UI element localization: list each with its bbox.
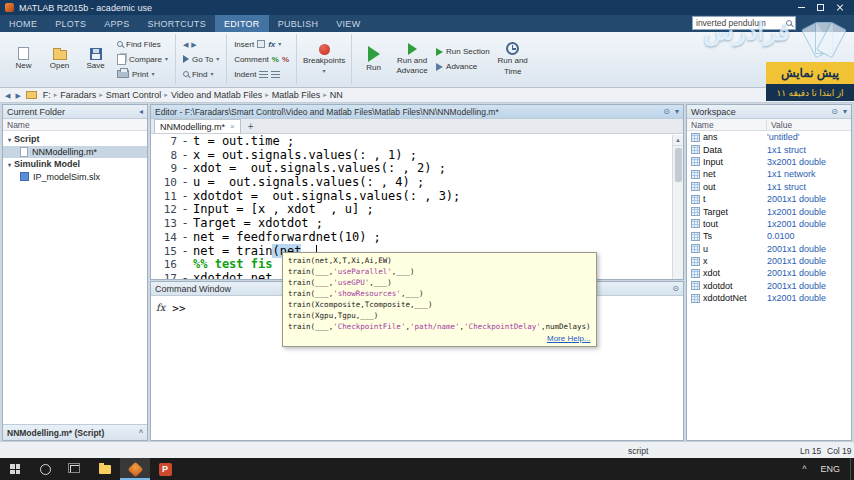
workspace-row[interactable]: xdotdotNet1x2001 double (687, 292, 851, 304)
workspace-row[interactable]: xdot2001x1 double (687, 267, 851, 279)
ribbon-tab-home[interactable]: HOME (0, 15, 46, 32)
breakpoint-dash[interactable]: - (177, 217, 193, 231)
code-line[interactable]: 10-u = out.signals.values(: , 4) ; (151, 176, 672, 190)
breakpoints-button[interactable]: Breakpoints ▾ (302, 44, 346, 74)
save-button[interactable]: Save (79, 48, 112, 71)
panel-menu-icon[interactable]: ▾ (675, 107, 679, 116)
workspace-row[interactable]: x2001x1 double (687, 255, 851, 267)
folder-item[interactable]: NNModelling.m* (3, 146, 147, 159)
workspace-row[interactable]: Target1x2001 double (687, 205, 851, 217)
cortana-button[interactable] (30, 458, 60, 480)
panel-actions-icon[interactable]: ⊙ (831, 107, 838, 116)
folder-detail-bar[interactable]: NNModelling.m* (Script) ^ (3, 424, 147, 440)
workspace-row[interactable]: tout1x2001 double (687, 218, 851, 230)
workspace-row[interactable]: net1x1 network (687, 168, 851, 180)
breakpoint-dash[interactable]: - (177, 203, 193, 217)
start-button[interactable] (0, 458, 30, 480)
run-section-button[interactable]: Run Section (434, 46, 492, 58)
breakpoint-dash[interactable]: - (177, 245, 193, 259)
scroll-up-icon[interactable]: ▲ (673, 135, 683, 146)
ribbon-tab-apps[interactable]: APPS (95, 15, 138, 32)
breakpoint-dash[interactable]: - (177, 162, 193, 176)
back-icon[interactable]: ◀ (183, 41, 188, 48)
comment-button[interactable]: Comment%% (232, 53, 291, 65)
folder-group-header[interactable]: ▾Script (3, 133, 147, 146)
run-button[interactable]: Run (357, 46, 390, 73)
panel-actions-icon[interactable]: ⊙ (672, 284, 679, 293)
insert-button[interactable]: Insertfx▾ (232, 38, 291, 50)
open-button[interactable]: Open (43, 47, 76, 71)
advance-button[interactable]: Advance (434, 61, 492, 73)
workspace-column-headers[interactable]: Name Value (687, 119, 851, 131)
file-explorer-button[interactable] (90, 458, 120, 480)
forward-navigation-icon[interactable]: ▶ (15, 92, 20, 99)
scrollbar-thumb[interactable] (675, 148, 682, 182)
code-line[interactable]: 9-xdot = out.signals.values(: , 2) ; (151, 162, 672, 176)
breadcrumb-segment[interactable]: F: (42, 90, 52, 100)
breakpoint-dash[interactable] (177, 258, 193, 272)
back-navigation-icon[interactable]: ◀ (5, 92, 10, 99)
language-indicator[interactable]: ENG (820, 464, 840, 474)
code-line[interactable]: 13-Target = xdotdot ; (151, 217, 672, 231)
workspace-row[interactable]: Ts0.0100 (687, 230, 851, 242)
workspace-row[interactable]: Input3x2001 double (687, 156, 851, 168)
code-line[interactable]: 12-Input = [x , xdot , u] ; (151, 203, 672, 217)
minimize-button[interactable] (792, 0, 811, 15)
breadcrumb-segment[interactable]: Faradars (59, 90, 97, 100)
code-line[interactable]: 14-net = feedforwardnet(10) ; (151, 231, 672, 245)
ribbon-tab-editor[interactable]: EDITOR (215, 15, 269, 32)
matlab-taskbar-button[interactable] (120, 458, 150, 480)
breakpoint-dash[interactable]: - (177, 190, 193, 204)
go-to-button[interactable]: Go To▾ (181, 53, 221, 65)
close-tab-icon[interactable]: × (230, 122, 235, 131)
current-folder-header[interactable]: Current Folder ◂ (3, 105, 147, 119)
compare-button[interactable]: Compare▾ (115, 53, 170, 65)
breadcrumb-segment[interactable]: NN (329, 90, 344, 100)
fx-icon[interactable]: fx (156, 302, 165, 313)
workspace-row[interactable]: t2001x1 double (687, 193, 851, 205)
panel-actions-icon[interactable]: ⊙ (663, 107, 670, 116)
editor-scrollbar[interactable]: ▲ (672, 135, 683, 279)
run-and-time-button[interactable]: Run and Time (495, 42, 531, 76)
folder-item[interactable]: IP_modelSim.slx (3, 171, 147, 184)
ribbon-tab-view[interactable]: VIEW (327, 15, 369, 32)
show-desktop-button[interactable] (850, 458, 854, 480)
tab-nnmodelling[interactable]: NNModelling.m* × (154, 119, 241, 133)
breakpoint-dash[interactable]: - (177, 176, 193, 190)
doc-search-input[interactable] (696, 18, 783, 28)
breadcrumb-segment[interactable]: Smart Control (105, 90, 163, 100)
run-and-advance-button[interactable]: Run and Advance (393, 43, 431, 76)
workspace-row[interactable]: ans'untitled' (687, 131, 851, 143)
code-line[interactable]: 8-x = out.signals.values(: , 1) ; (151, 149, 672, 163)
new-script-button[interactable]: New (7, 47, 40, 71)
task-view-button[interactable] (60, 458, 90, 480)
workspace-row[interactable]: Data1x1 struct (687, 143, 851, 155)
new-tab-button[interactable]: + (243, 119, 259, 133)
more-help-link[interactable]: More Help... (288, 333, 591, 344)
column-name[interactable]: Name (691, 120, 767, 130)
panel-menu-icon[interactable]: ▾ (843, 107, 847, 116)
up-folder-icon[interactable] (26, 91, 37, 99)
ribbon-tab-plots[interactable]: PLOTS (46, 15, 95, 32)
indent-button[interactable]: Indent (232, 68, 291, 80)
workspace-row[interactable]: xdotdot2001x1 double (687, 280, 851, 292)
breadcrumb-segment[interactable]: Matlab Files (271, 90, 322, 100)
forward-icon[interactable]: ▶ (191, 41, 196, 48)
close-button[interactable] (830, 0, 849, 15)
folder-column-header[interactable]: Name (3, 119, 147, 131)
find-files-button[interactable]: Find Files (115, 38, 170, 50)
workspace-row[interactable]: out1x1 struct (687, 181, 851, 193)
ribbon-tab-shortcuts[interactable]: SHORTCUTS (138, 15, 215, 32)
chevron-up-icon[interactable]: ^ (139, 428, 143, 438)
breakpoint-dash[interactable]: - (177, 135, 193, 149)
tray-chevron-icon[interactable]: ^ (802, 464, 806, 474)
powerpoint-taskbar-button[interactable]: P (150, 458, 180, 480)
breakpoint-dash[interactable]: - (177, 231, 193, 245)
find-button[interactable]: Find▾ (181, 68, 221, 80)
print-button[interactable]: Print▾ (115, 68, 170, 80)
navigate-arrows[interactable]: ◀▶ (181, 38, 221, 50)
code-line[interactable]: 11-xdotdot = out.signals.values(: , 3); (151, 190, 672, 204)
ribbon-tab-publish[interactable]: PUBLISH (269, 15, 328, 32)
search-icon[interactable] (786, 20, 792, 26)
breakpoint-dash[interactable]: - (177, 149, 193, 163)
